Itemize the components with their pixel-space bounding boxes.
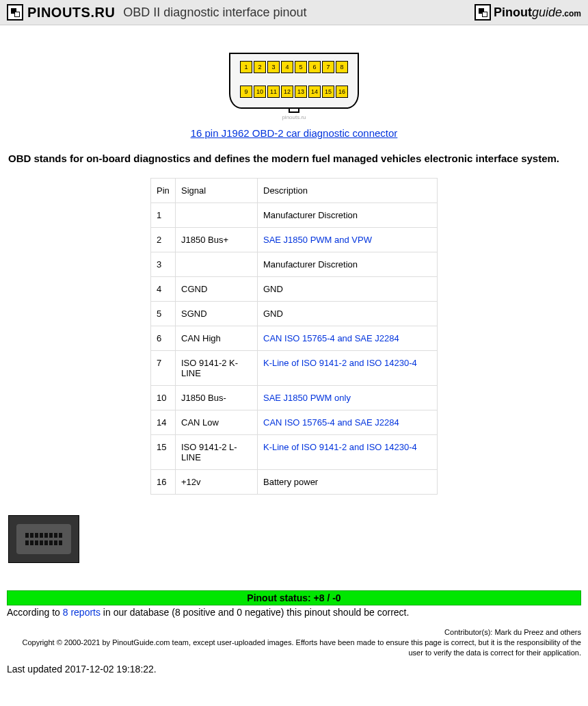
pin-cell: 7 <box>322 61 334 73</box>
table-row: 7ISO 9141-2 K-LINEK-Line of ISO 9141-2 a… <box>151 351 438 386</box>
table-row: 4CGNDGND <box>151 277 438 302</box>
cell-pin: 15 <box>151 435 176 470</box>
table-row: 1Manufacturer Discretion <box>151 203 438 228</box>
cell-signal <box>176 203 258 228</box>
diagram-watermark: pinouts.ru <box>0 114 588 120</box>
page-title: OBD II diagnostic interface pinout <box>123 5 306 20</box>
table-row: 6CAN HighCAN ISO 15765-4 and SAE J2284 <box>151 326 438 351</box>
pin-cell: 16 <box>336 86 348 98</box>
cell-pin: 3 <box>151 252 176 277</box>
table-row: 15ISO 9141-2 L-LINEK-Line of ISO 9141-2 … <box>151 435 438 470</box>
pin-cell: 11 <box>267 86 280 98</box>
contributors: Contributor(s): Mark du Preez and others <box>7 627 581 638</box>
table-row: 3Manufacturer Discretion <box>151 252 438 277</box>
pinouts-ru-logo-text[interactable]: PINOUTS.RU <box>27 5 115 21</box>
cell-pin: 16 <box>151 470 176 495</box>
pin-cell: 15 <box>322 86 334 98</box>
pin-cell: 10 <box>254 86 266 98</box>
cell-description: GND <box>258 277 438 302</box>
photo-pin-row <box>21 540 67 545</box>
pin-cell: 4 <box>281 61 293 73</box>
pin-cell: 3 <box>267 61 280 73</box>
connector-tab <box>289 109 299 113</box>
col-header-signal: Signal <box>176 179 258 203</box>
status-suffix: in our database (8 positive and 0 negati… <box>101 607 409 618</box>
description-link[interactable]: SAE J1850 PWM only <box>263 393 351 403</box>
cell-signal: +12v <box>176 470 258 495</box>
pin-cell: 13 <box>295 86 307 98</box>
pin-row-top: 12345678 <box>240 61 348 73</box>
last-updated: Last updated 2017-12-02 19:18:22. <box>0 664 588 675</box>
description-link[interactable]: CAN ISO 15765-4 and SAE J2284 <box>263 333 399 343</box>
brand-suffix: .com <box>562 9 581 18</box>
cell-signal: CAN High <box>176 326 258 351</box>
connector-photo-inner <box>16 524 71 554</box>
cell-signal: J1850 Bus- <box>176 386 258 410</box>
cell-pin: 4 <box>151 277 176 302</box>
pin-cell: 2 <box>254 61 266 73</box>
table-row: 14CAN LowCAN ISO 15765-4 and SAE J2284 <box>151 410 438 435</box>
description-link[interactable]: K-Line of ISO 9141-2 and ISO 14230-4 <box>263 358 417 368</box>
obd-connector-shell: 12345678 910111213141516 <box>229 53 359 109</box>
cell-pin: 1 <box>151 203 176 228</box>
pin-cell: 12 <box>281 86 293 98</box>
cell-description: SAE J1850 PWM only <box>258 386 438 410</box>
col-header-pin: Pin <box>151 179 176 203</box>
cell-description: CAN ISO 15765-4 and SAE J2284 <box>258 410 438 435</box>
connector-diagram-link[interactable]: 16 pin J1962 OBD-2 car diagnostic connec… <box>0 127 588 139</box>
pin-cell: 1 <box>240 61 252 73</box>
cell-description: CAN ISO 15765-4 and SAE J2284 <box>258 326 438 351</box>
cell-description: Manufacturer Discretion <box>258 203 438 228</box>
cell-signal: ISO 9141-2 L-LINE <box>176 435 258 470</box>
pinouts-ru-logo-icon <box>7 4 23 21</box>
status-prefix: According to <box>7 607 63 618</box>
pin-cell: 6 <box>308 61 321 73</box>
pinoutguide-logo-icon <box>475 4 491 21</box>
pinout-table: Pin Signal Description 1Manufacturer Dis… <box>150 178 438 495</box>
cell-signal: J1850 Bus+ <box>176 228 258 252</box>
description-link[interactable]: SAE J1850 PWM and VPW <box>263 235 372 245</box>
cell-pin: 10 <box>151 386 176 410</box>
cell-signal: SGND <box>176 302 258 326</box>
pin-row-bottom: 910111213141516 <box>240 86 348 98</box>
reports-link[interactable]: 8 reports <box>63 607 101 618</box>
brand-italic: guide <box>532 5 562 19</box>
brand-plain: Pinout <box>494 5 532 19</box>
pinoutguide-logo-text[interactable]: Pinoutguide.com <box>494 5 581 20</box>
table-row: 10J1850 Bus-SAE J1850 PWM only <box>151 386 438 410</box>
cell-description: Battery power <box>258 470 438 495</box>
connector-diagram: 12345678 910111213141516 pinouts.ru <box>0 53 588 120</box>
cell-pin: 6 <box>151 326 176 351</box>
cell-signal: CGND <box>176 277 258 302</box>
cell-signal <box>176 252 258 277</box>
copyright: Copyright © 2000-2021 by PinoutGuide.com… <box>7 638 581 658</box>
pinout-status-text: According to 8 reports in our database (… <box>0 607 588 618</box>
col-header-desc: Description <box>258 179 438 203</box>
table-row: 2J1850 Bus+SAE J1850 PWM and VPW <box>151 228 438 252</box>
cell-description: K-Line of ISO 9141-2 and ISO 14230-4 <box>258 435 438 470</box>
cell-signal: ISO 9141-2 K-LINE <box>176 351 258 386</box>
cell-description: GND <box>258 302 438 326</box>
cell-description: SAE J1850 PWM and VPW <box>258 228 438 252</box>
cell-pin: 2 <box>151 228 176 252</box>
table-row: 16+12vBattery power <box>151 470 438 495</box>
pin-cell: 14 <box>308 86 321 98</box>
cell-pin: 7 <box>151 351 176 386</box>
cell-description: Manufacturer Discretion <box>258 252 438 277</box>
description-link[interactable]: K-Line of ISO 9141-2 and ISO 14230-4 <box>263 442 417 452</box>
photo-pin-row <box>21 533 67 538</box>
cell-pin: 14 <box>151 410 176 435</box>
pinout-status-bar: Pinout status: +8 / -0 <box>7 590 581 605</box>
table-row: 5SGNDGND <box>151 302 438 326</box>
pin-cell: 8 <box>336 61 348 73</box>
footer-meta: Contributor(s): Mark du Preez and others… <box>0 627 588 658</box>
header-left: PINOUTS.RU OBD II diagnostic interface p… <box>7 4 307 21</box>
pin-cell: 9 <box>240 86 252 98</box>
description-link[interactable]: CAN ISO 15765-4 and SAE J2284 <box>263 417 399 428</box>
cell-signal: CAN Low <box>176 410 258 435</box>
cell-pin: 5 <box>151 302 176 326</box>
table-header-row: Pin Signal Description <box>151 179 438 203</box>
header-right: Pinoutguide.com <box>475 4 581 21</box>
connector-photo <box>8 515 79 563</box>
intro-text: OBD stands for on-board diagnostics and … <box>0 153 588 164</box>
